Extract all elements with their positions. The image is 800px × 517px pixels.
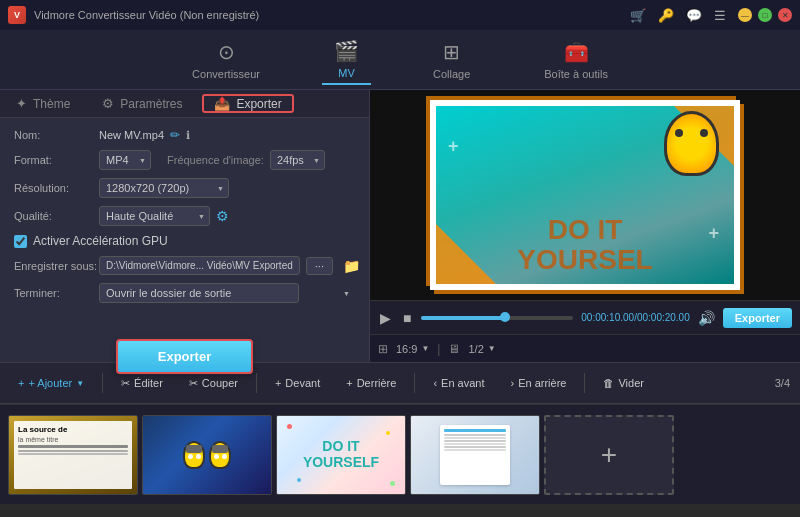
- subtabs: ✦ Thème ⚙ Paramètres 📤 Exporter: [0, 90, 369, 118]
- nav-label-convertisseur: Convertisseur: [192, 68, 260, 80]
- edit-label: Éditer: [134, 377, 163, 389]
- terminer-value-group: Ouvrir le dossier de sortieNe rien faire: [99, 283, 355, 303]
- framerate-select[interactable]: 24fps30fps60fps: [270, 150, 325, 170]
- qualite-select[interactable]: Haute QualitéQualité Standard: [99, 206, 210, 226]
- key-icon[interactable]: 🔑: [658, 8, 674, 23]
- subtab-parametres[interactable]: ⚙ Paramètres: [86, 90, 198, 117]
- resolution-select[interactable]: 1280x720 (720p)1920x1080 (1080p)640x480: [99, 178, 229, 198]
- convertisseur-icon: ⊙: [218, 40, 235, 64]
- export-main-button[interactable]: Exporter: [116, 339, 253, 374]
- nom-field: New MV.mp4: [99, 129, 164, 141]
- clear-button[interactable]: 🗑 Vider: [595, 373, 651, 393]
- menu-icon[interactable]: ☰: [714, 8, 726, 23]
- stop-button[interactable]: ■: [401, 308, 413, 328]
- terminer-select-wrap: Ouvrir le dossier de sortieNe rien faire: [99, 283, 355, 303]
- clear-label: Vider: [618, 377, 643, 389]
- subtab-theme[interactable]: ✦ Thème: [0, 90, 86, 117]
- gpu-row: Activer Accélération GPU: [14, 234, 355, 248]
- titlebar: V Vidmore Convertisseur Vidéo (Non enreg…: [0, 0, 800, 30]
- filmstrip-thumb-3[interactable]: DO ITYOURSELF: [276, 415, 406, 495]
- qualite-row: Qualité: Haute QualitéQualité Standard ⚙: [14, 206, 355, 226]
- resolution-select-wrap: 1280x720 (720p)1920x1080 (1080p)640x480: [99, 178, 229, 198]
- browse-button[interactable]: ···: [306, 257, 333, 275]
- nom-value-group: New MV.mp4 ✏ ℹ: [99, 128, 355, 142]
- deco-plus-1: +: [448, 136, 459, 157]
- cart-icon[interactable]: 🛒: [630, 8, 646, 23]
- progress-thumb: [500, 312, 510, 322]
- aspect-chevron-icon: ▼: [421, 344, 429, 353]
- qualite-value-group: Haute QualitéQualité Standard ⚙: [99, 206, 355, 226]
- gpu-checkbox[interactable]: [14, 235, 27, 248]
- nav-item-outils[interactable]: 🧰 Boîte à outils: [532, 36, 620, 84]
- play-button[interactable]: ▶: [378, 308, 393, 328]
- forward-label: En avant: [441, 377, 484, 389]
- resolution-value-group: 1280x720 (720p)1920x1080 (1080p)640x480: [99, 178, 355, 198]
- minimize-button[interactable]: —: [738, 8, 752, 22]
- nav-item-collage[interactable]: ⊞ Collage: [421, 36, 482, 84]
- filmstrip-thumb-2[interactable]: [142, 415, 272, 495]
- info-icon[interactable]: ℹ: [186, 129, 190, 142]
- gpu-label: Activer Accélération GPU: [33, 234, 168, 248]
- page-counter: 3/4: [775, 377, 790, 389]
- qualite-label: Qualité:: [14, 210, 99, 222]
- save-path-field: D:\Vidmore\Vidmore... Vidéo\MV Exported: [99, 256, 300, 275]
- edit-button[interactable]: ✂ Éditer: [113, 373, 171, 394]
- front-icon: +: [275, 377, 281, 389]
- filmstrip-thumb-4[interactable]: [410, 415, 540, 495]
- folder-icon[interactable]: 📁: [343, 258, 360, 274]
- bar-separator: |: [437, 342, 440, 356]
- nav-label-outils: Boîte à outils: [544, 68, 608, 80]
- cut-button[interactable]: ✂ Couper: [181, 373, 246, 394]
- volume-icon[interactable]: 🔊: [698, 310, 715, 326]
- cut-label: Couper: [202, 377, 238, 389]
- video-frame: + + DO IT YOURSEL: [430, 100, 740, 290]
- backward-button[interactable]: › En arrière: [502, 373, 574, 393]
- qualite-select-wrap: Haute QualitéQualité Standard: [99, 206, 210, 226]
- app-icon: V: [8, 6, 26, 24]
- chat-icon[interactable]: 💬: [686, 8, 702, 23]
- main-area: ✦ Thème ⚙ Paramètres 📤 Exporter Nom: New…: [0, 90, 800, 362]
- nav-item-mv[interactable]: 🎬 MV: [322, 35, 371, 85]
- nom-label: Nom:: [14, 129, 99, 141]
- top-navigation: ⊙ Convertisseur 🎬 MV ⊞ Collage 🧰 Boîte à…: [0, 30, 800, 90]
- nav-item-convertisseur[interactable]: ⊙ Convertisseur: [180, 36, 272, 84]
- filmstrip-thumb-1[interactable]: La source de la même titre: [8, 415, 138, 495]
- front-button[interactable]: + Devant: [267, 373, 328, 393]
- back-label: Derrière: [357, 377, 397, 389]
- mv-icon: 🎬: [334, 39, 359, 63]
- separator-3: [414, 373, 415, 393]
- edit-name-icon[interactable]: ✏: [170, 128, 180, 142]
- back-button[interactable]: + Derrière: [338, 373, 404, 393]
- resolution-row: Résolution: 1280x720 (720p)1920x1080 (10…: [14, 178, 355, 198]
- framerate-select-wrap: 24fps30fps60fps: [270, 150, 325, 170]
- nav-label-mv: MV: [338, 67, 355, 79]
- export-small-button[interactable]: Exporter: [723, 308, 792, 328]
- format-row: Format: MP4MKVAVI Fréquence d'image: 24f…: [14, 150, 355, 170]
- framerate-label: Fréquence d'image:: [167, 154, 264, 166]
- cut-icon: ✂: [189, 377, 198, 390]
- aspect-ratio-select[interactable]: 16:9 ▼: [396, 343, 429, 355]
- save-value-group: D:\Vidmore\Vidmore... Vidéo\MV Exported …: [99, 256, 360, 275]
- subtab-label-parametres: Paramètres: [120, 97, 182, 111]
- page-value: 1/2: [468, 343, 483, 355]
- subtab-exporter[interactable]: 📤 Exporter: [202, 94, 293, 113]
- separator-4: [584, 373, 585, 393]
- format-select[interactable]: MP4MKVAVI: [99, 150, 151, 170]
- app-title: Vidmore Convertisseur Vidéo (Non enregis…: [34, 9, 630, 21]
- page-select[interactable]: 1/2 ▼: [468, 343, 495, 355]
- form-area: Nom: New MV.mp4 ✏ ℹ Format: MP4MKVAVI Fr…: [0, 118, 369, 321]
- forward-button[interactable]: ‹ En avant: [425, 373, 492, 393]
- screen-icon: 🖥: [448, 342, 460, 356]
- front-label: Devant: [285, 377, 320, 389]
- terminer-select[interactable]: Ouvrir le dossier de sortieNe rien faire: [99, 283, 299, 303]
- filmstrip-add-thumb[interactable]: +: [544, 415, 674, 495]
- qualite-gear-icon[interactable]: ⚙: [216, 208, 229, 224]
- parametres-icon: ⚙: [102, 96, 114, 111]
- close-button[interactable]: ✕: [778, 8, 792, 22]
- controls-bar: ▶ ■ 00:00:10.00/00:00:20.00 🔊 Exporter: [370, 300, 800, 334]
- subtab-label-exporter: Exporter: [236, 97, 281, 111]
- add-button[interactable]: + + Ajouter ▼: [10, 373, 92, 393]
- restore-button[interactable]: □: [758, 8, 772, 22]
- progress-bar[interactable]: [421, 316, 573, 320]
- backward-label: En arrière: [518, 377, 566, 389]
